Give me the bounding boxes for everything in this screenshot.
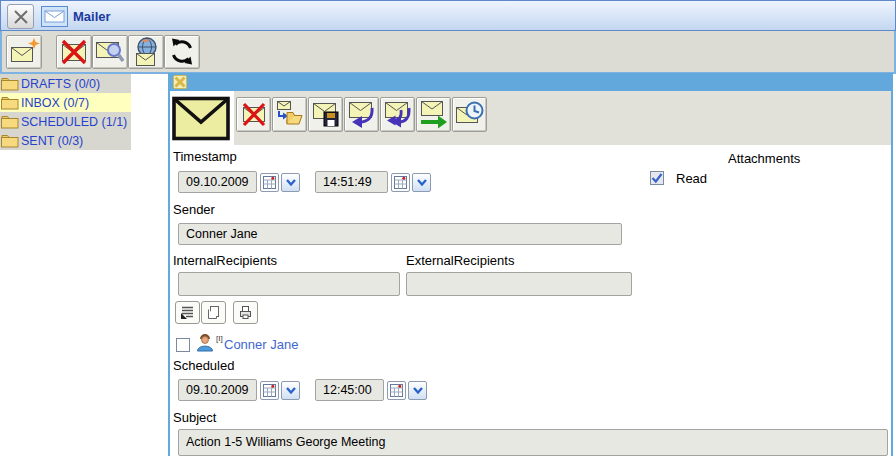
chevron-down-icon[interactable] (281, 381, 300, 400)
panel-title-strip (170, 73, 891, 91)
envelope-forward-icon (417, 98, 450, 131)
panel-close-button[interactable] (173, 75, 187, 89)
mailer-app-icon (41, 6, 68, 31)
message-panel: Timestamp Attachments 09.10.2009 14:51:4… (168, 73, 893, 456)
search-mail-button[interactable] (92, 35, 128, 69)
delete-message-button[interactable] (236, 97, 271, 132)
calendar-button[interactable] (260, 381, 279, 400)
calendar-button[interactable] (391, 173, 410, 192)
new-mail-button[interactable] (6, 35, 42, 69)
scheduled-time-picker: 12:45:00 (315, 379, 427, 401)
envelope-reply-all-icon (381, 98, 414, 131)
save-message-button[interactable] (308, 97, 343, 132)
recipient-checkbox[interactable] (176, 338, 190, 352)
calendar-button[interactable] (387, 381, 406, 400)
folder-label: DRAFTS (0/0) (21, 77, 100, 91)
scheduled-date-value[interactable]: 09.10.2009 (178, 379, 257, 401)
timestamp-time-picker: 14:51:49 (315, 171, 431, 193)
select-all-recipients-button[interactable] (175, 301, 200, 324)
folder-label: SENT (0/3) (21, 134, 83, 148)
subject-field[interactable]: Action 1-5 Williams George Meeting (178, 429, 888, 456)
recipient-type-marker: [I] (216, 334, 223, 343)
envelope-magnifier-icon (93, 36, 127, 68)
yellow-x-icon (174, 76, 186, 88)
message-form: Timestamp Attachments 09.10.2009 14:51:4… (170, 145, 891, 456)
copy-icon (206, 305, 221, 320)
envelope-plus-icon (7, 36, 41, 68)
folder-item-sent[interactable]: SENT (0/3) (0, 131, 131, 150)
big-envelope-icon (172, 96, 230, 145)
attachments-label: Attachments (728, 151, 800, 166)
reply-button[interactable] (344, 97, 379, 132)
print-icon (238, 305, 253, 320)
subject-label: Subject (173, 410, 216, 425)
recipient-name-link[interactable]: Conner Jane (224, 337, 298, 352)
reply-all-button[interactable] (380, 97, 415, 132)
lines-doc-icon (180, 305, 195, 320)
folder-item-inbox[interactable]: INBOX (0/7) (0, 93, 131, 112)
check-icon (651, 172, 663, 184)
calendar-icon (394, 176, 407, 189)
folder-item-scheduled[interactable]: SCHEDULED (1/1) (0, 112, 131, 131)
calendar-icon (263, 176, 276, 189)
envelope-save-icon (309, 98, 342, 131)
titlebar: Mailer (0, 0, 896, 31)
chevron-down-icon[interactable] (281, 173, 300, 192)
envelope-red-x-icon (237, 98, 270, 131)
sender-field[interactable]: Conner Jane (178, 223, 622, 245)
calendar-icon (390, 384, 403, 397)
folder-icon (1, 134, 19, 148)
delete-mail-button[interactable] (56, 35, 92, 69)
schedule-message-button[interactable] (452, 97, 487, 132)
sender-label: Sender (173, 202, 215, 217)
calendar-icon (263, 384, 276, 397)
envelope-globe-icon (129, 36, 163, 68)
internal-recipients-field[interactable] (178, 272, 400, 296)
folder-label: SCHEDULED (1/1) (21, 115, 127, 129)
refresh-arrows-icon (165, 36, 199, 68)
message-header (170, 91, 891, 145)
mailer-window: Mailer (0, 0, 896, 456)
envelope-clock-icon (453, 98, 486, 131)
window-close-button[interactable] (7, 4, 34, 29)
folder-item-drafts[interactable]: DRAFTS (0/0) (0, 74, 131, 93)
folder-list: DRAFTS (0/0) INBOX (0/7) SCHEDULED (1/1) (0, 74, 131, 150)
timestamp-date-value[interactable]: 09.10.2009 (178, 171, 257, 193)
send-receive-button[interactable] (128, 35, 164, 69)
move-to-folder-button[interactable] (272, 97, 307, 132)
timestamp-time-value[interactable]: 14:51:49 (315, 171, 388, 193)
window-title: Mailer (73, 9, 111, 24)
chevron-down-icon[interactable] (412, 173, 431, 192)
refresh-button[interactable] (164, 35, 200, 69)
read-label: Read (676, 171, 707, 186)
folder-icon (1, 96, 19, 110)
envelope-reply-icon (345, 98, 378, 131)
folder-icon (1, 115, 19, 129)
folder-icon (1, 77, 19, 91)
timestamp-date-picker: 09.10.2009 (178, 171, 300, 193)
timestamp-label: Timestamp (173, 149, 237, 164)
forward-button[interactable] (416, 97, 451, 132)
scheduled-label: Scheduled (173, 358, 234, 373)
print-recipients-button[interactable] (233, 301, 258, 324)
scheduled-date-picker: 09.10.2009 (178, 379, 300, 401)
external-recipients-label: ExternalRecipients (406, 253, 514, 268)
close-icon (12, 8, 30, 26)
envelope-red-x-icon (57, 36, 91, 68)
external-recipients-field[interactable] (406, 272, 632, 296)
scheduled-time-value[interactable]: 12:45:00 (315, 379, 384, 401)
chevron-down-icon[interactable] (408, 381, 427, 400)
read-checkbox[interactable] (650, 171, 664, 185)
folder-label: INBOX (0/7) (21, 96, 89, 110)
copy-recipients-button[interactable] (201, 301, 226, 324)
main-toolbar (0, 31, 896, 74)
envelope-folder-icon (273, 98, 306, 131)
internal-recipients-label: InternalRecipients (173, 253, 277, 268)
person-icon (196, 334, 214, 356)
calendar-button[interactable] (260, 173, 279, 192)
